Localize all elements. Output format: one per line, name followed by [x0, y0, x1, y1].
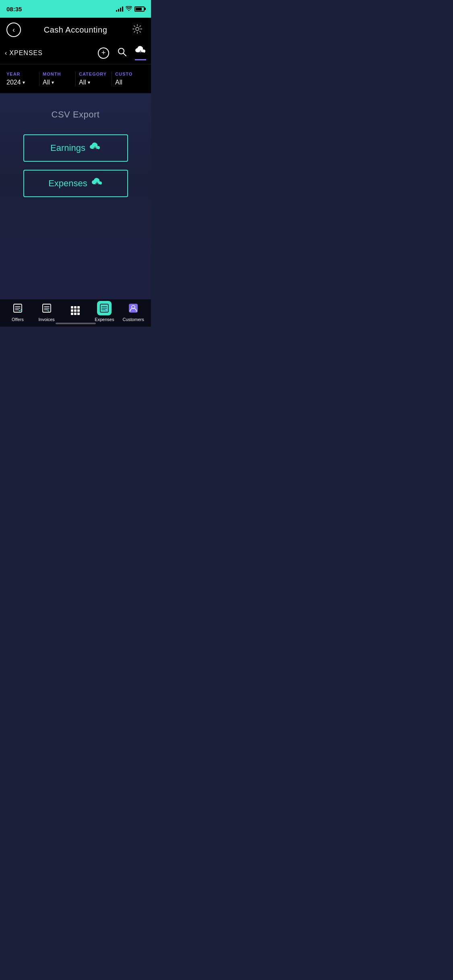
earnings-btn-label: Earnings	[50, 143, 85, 153]
wifi-icon	[126, 6, 132, 12]
customer-filter[interactable]: CUSTO All	[112, 72, 148, 86]
toolbar-label: XPENSES	[9, 49, 43, 57]
customer-filter-label: CUSTO	[115, 72, 132, 76]
invoices-label: Invoices	[39, 317, 55, 322]
earnings-cloud-icon	[89, 142, 101, 154]
main-content: CSV Export Earnings Expenses	[0, 93, 151, 299]
home-indicator	[56, 323, 96, 324]
nav-home[interactable]	[61, 303, 90, 319]
expenses-nav-label: Expenses	[95, 317, 114, 322]
category-filter-value-row: All ▾	[79, 79, 90, 86]
offers-label: Offers	[12, 317, 24, 322]
page-title: Cash Accounting	[44, 25, 108, 35]
search-icon	[117, 47, 127, 59]
battery-icon	[134, 6, 145, 12]
year-filter-value: 2024	[6, 79, 21, 86]
customers-icon	[126, 301, 141, 315]
month-filter[interactable]: MONTH All ▾	[39, 72, 76, 86]
gear-icon	[132, 24, 143, 36]
toolbar: ‹ XPENSES +	[0, 42, 151, 64]
cloud-download-icon	[135, 45, 146, 58]
category-filter-label: CATEGORY	[79, 72, 107, 76]
status-icons	[116, 6, 145, 12]
add-button[interactable]: +	[98, 47, 109, 59]
offers-icon	[10, 301, 25, 315]
csv-export-title: CSV Export	[52, 109, 100, 120]
toolbar-actions: +	[98, 45, 146, 60]
home-grid-icon	[68, 303, 83, 318]
status-bar: 08:35	[0, 0, 151, 18]
category-filter-value: All	[79, 79, 86, 86]
month-chevron-icon: ▾	[52, 80, 54, 85]
year-filter-value-row: 2024 ▾	[6, 79, 25, 86]
expenses-btn-label: Expenses	[48, 178, 87, 189]
search-button[interactable]	[117, 47, 127, 59]
customer-filter-value: All	[115, 79, 122, 86]
toolbar-left: ‹ XPENSES	[5, 49, 91, 57]
svg-text:€: €	[48, 309, 50, 312]
svg-line-2	[124, 53, 126, 56]
add-icon: +	[98, 47, 109, 59]
earnings-export-button[interactable]: Earnings	[23, 134, 128, 162]
expenses-cloud-icon	[91, 177, 103, 189]
year-chevron-icon: ▾	[23, 80, 25, 85]
nav-invoices[interactable]: € Invoices	[32, 301, 61, 322]
category-chevron-icon: ▾	[88, 80, 90, 85]
nav-offers[interactable]: Offers	[3, 301, 32, 322]
svg-point-0	[136, 27, 139, 31]
month-filter-value-row: All ▾	[43, 79, 54, 86]
invoices-icon: €	[39, 301, 54, 315]
back-button[interactable]: ‹	[6, 23, 21, 37]
year-filter[interactable]: YEAR 2024 ▾	[3, 72, 39, 86]
settings-button[interactable]	[130, 23, 145, 37]
status-time: 08:35	[6, 6, 22, 12]
category-filter[interactable]: CATEGORY All ▾	[76, 72, 112, 86]
month-filter-label: MONTH	[43, 72, 61, 76]
nav-customers[interactable]: Customers	[119, 301, 148, 322]
year-filter-label: YEAR	[6, 72, 21, 76]
customer-filter-value-row: All	[115, 79, 122, 86]
filter-row: YEAR 2024 ▾ MONTH All ▾ CATEGORY All ▾ C…	[0, 64, 151, 93]
nav-expenses[interactable]: € Expenses	[90, 301, 119, 322]
customers-label: Customers	[122, 317, 144, 322]
month-filter-value: All	[43, 79, 50, 86]
download-button[interactable]	[135, 45, 146, 60]
expenses-icon: €	[97, 301, 112, 315]
chevron-left-icon: ‹	[5, 49, 7, 57]
app-header: ‹ Cash Accounting	[0, 18, 151, 42]
expenses-export-button[interactable]: Expenses	[23, 170, 128, 197]
back-arrow-icon: ‹	[12, 26, 15, 33]
signal-icon	[116, 6, 123, 12]
svg-text:€: €	[105, 309, 107, 312]
